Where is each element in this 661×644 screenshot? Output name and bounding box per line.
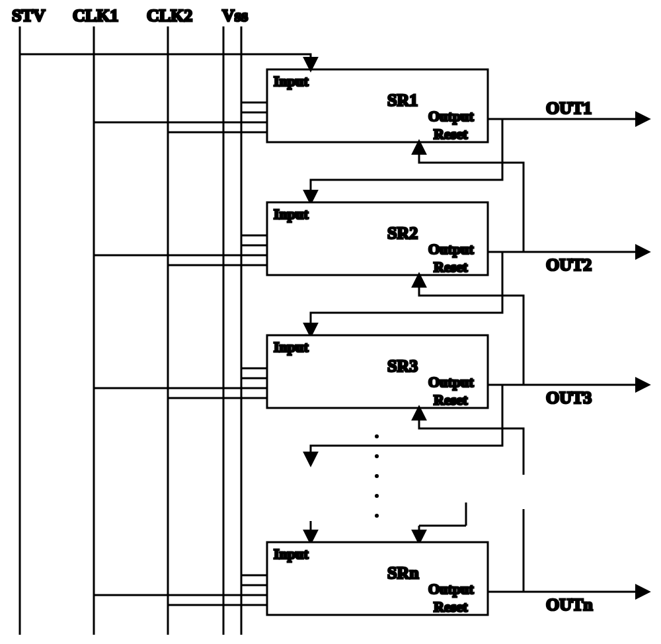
shift-register-diagram: STV CLK1 CLK2 Vss Input SR1 Output Reset… [0,0,661,644]
label-clk1: CLK1 [73,6,118,25]
sr2-port-reset: Reset [434,259,468,275]
srn-port-output: Output [428,581,474,597]
sr1-name: SR1 [387,91,418,110]
svg-point-17 [375,474,379,478]
sr2-port-output: Output [428,241,474,257]
sr3-port-output: Output [428,374,474,390]
sr1-port-reset: Reset [434,126,468,142]
out1-label: OUT1 [546,99,592,118]
srn-group: Input SRn Output Reset OUTn [94,542,648,615]
srn-next-to-reset [419,503,466,542]
stv-to-sr1 [20,54,311,69]
srn-name: SRn [387,563,419,583]
sr3-port-input: Input [274,339,309,355]
sr2-port-input: Input [274,206,309,222]
label-vss: Vss [222,6,248,25]
svg-point-16 [375,454,379,458]
srn-port-reset: Reset [434,598,468,615]
out2-label: OUT2 [546,255,592,274]
sr1-port-output: Output [428,108,474,124]
srn-port-input: Input [274,545,309,562]
sr3-group: Input SR3 Output Reset OUT3 [94,335,648,475]
sr2-name: SR2 [387,223,418,243]
out3-label: OUT3 [546,388,592,407]
label-clk2: CLK2 [147,6,192,25]
outn-label: OUTn [546,595,593,614]
svg-point-18 [375,494,379,498]
sr3-name: SR3 [387,356,418,376]
sr3-port-reset: Reset [434,391,468,408]
sr1-port-input: Input [274,73,309,89]
svg-point-15 [375,434,379,438]
svg-point-19 [375,514,379,518]
ellipsis-dots [375,434,379,518]
label-stv: STV [12,6,46,25]
